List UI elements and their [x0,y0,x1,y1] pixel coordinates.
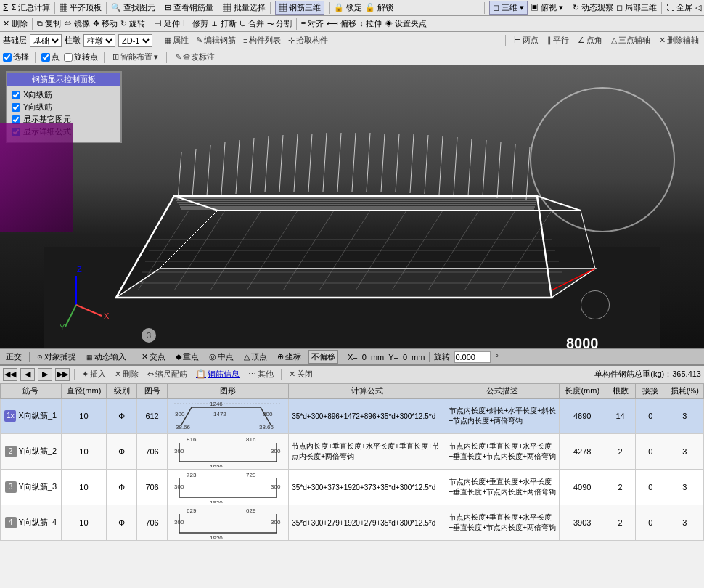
mirror-btn[interactable]: ⇔ 镜像 [64,18,90,29]
merge-btn[interactable]: ∪ 合并 [240,18,264,29]
other-btn[interactable]: ⋯ 其他 [245,368,277,380]
select-check[interactable]: 选择 [3,52,29,62]
align-btn[interactable]: ≡ 对齐 [301,18,324,29]
orbit-btn[interactable]: ↻ 动态观察 [573,2,613,13]
dyn-input-btn[interactable]: ▦ 动态输入 [83,350,129,364]
delete-aux-btn[interactable]: ✕ 删除辅轴 [657,34,701,46]
stretch-btn[interactable]: ↕ 拉伸 [359,18,382,29]
row-desc-3: 节点内长度+垂直长度+水平长度+垂直长度+节点内长度+两倍弯钩 [446,470,560,505]
pick-btn[interactable]: ⊹ 拾取构件 [286,34,330,46]
nav-prev-btn[interactable]: ◀ [20,368,35,381]
batch-select-btn[interactable]: ▦ 批量选择 [223,2,265,13]
svg-line-11 [236,140,240,194]
row-id-2: 2 Y向纵筋_2 [1,434,62,470]
col-connect: 接接 [635,384,666,399]
row-badge-3: 3 [5,481,17,493]
sep [218,2,218,14]
delete-btn[interactable]: ✕ 删除 [3,18,28,29]
canvas-3d[interactable]: 钢筋显示控制面板 X向纵筋 Y向纵筋 显示基它图元 显示详细公式 [0,65,704,348]
data-table-wrap[interactable]: 筋号 直径(mm) 级别 图号 图形 计算公式 公式描述 长度(mm) 根数 接… [0,383,704,588]
table-row[interactable]: 4 Y向纵筋_4 10 Φ 706 300 1920 300 [1,505,704,541]
sep [160,2,160,14]
row-shape-3: 300 1920 300 723 723 [167,470,288,505]
table-header: 筋号 直径(mm) 级别 图号 图形 计算公式 公式描述 长度(mm) 根数 接… [1,384,704,399]
svg-line-15 [294,134,298,192]
top-view-btn[interactable]: ▣ 俯视 ▾ [531,2,563,13]
sep [661,2,662,14]
row-loss-4: 3 [666,505,703,541]
property-btn[interactable]: ▦ 属性 [162,34,191,46]
two-point-btn[interactable]: ⊢ 两点 [512,34,541,46]
unlock-btn[interactable]: 🔓 解锁 [365,2,393,13]
rotate-input[interactable] [454,351,491,363]
check-annotation-btn[interactable]: ✎ 查改标注 [173,51,217,63]
element-select[interactable]: 柱墩 [83,34,115,47]
svg-line-29 [497,142,501,198]
3d-view-btn[interactable]: ◻ 三维 ▾ [489,1,528,15]
point-check[interactable]: 点 [41,52,60,62]
sum-calc-btn[interactable]: Σ 汇总计算 [11,2,50,13]
row-shape-1: 38.66 1246 38.66 300 1472 300 [167,399,288,434]
row-length-2: 4278 [560,434,605,470]
sep [29,352,30,362]
no-offset-btn[interactable]: 不偏移 [308,350,338,364]
three-point-btn[interactable]: △ 三点辅轴 [609,34,652,46]
midpoint-btn[interactable]: ◆ 重点 [173,350,202,364]
break-btn[interactable]: ⊥ 打断 [211,18,236,29]
sep [484,2,485,14]
center-btn[interactable]: ◎ 中点 [206,350,237,364]
align-top-btn[interactable]: ▦ 平齐顶板 [60,2,102,13]
svg-text:38.66: 38.66 [176,424,191,430]
component-list-btn[interactable]: ≡ 构件列表 [241,34,283,46]
view-rebar-btn[interactable]: ⊞ 查看钢筋量 [165,2,213,13]
fullscreen-btn[interactable]: ⛶ 全屏 [666,2,692,13]
table-row[interactable]: 1x X向纵筋_1 10 Φ 612 38.66 1246 [1,399,704,434]
parallel-btn[interactable]: ∥ 平行 [545,34,571,46]
extend-btn[interactable]: ⊣ 延伸 [155,18,180,29]
table-row[interactable]: 3 Y向纵筋_3 10 Φ 706 300 1920 300 [1,470,704,505]
ortho-btn[interactable]: 正交 [3,350,25,364]
snap-btn[interactable]: ⊙ 对象捕捉 [34,350,79,364]
lock-btn[interactable]: 🔒 锁定 [334,2,362,13]
angle-btn[interactable]: ∠ 点角 [576,34,605,46]
intersection-btn[interactable]: ✕ 交点 [139,350,168,364]
move-btn[interactable]: ✥ 移动 [93,18,118,29]
row-desc-4: 节点内长度+垂直长度+水平长度+垂直长度+节点内长度+两倍弯钩 [446,505,560,541]
layer-select[interactable]: 基础 [30,34,62,47]
sep [343,352,343,362]
nav-next-btn[interactable]: ▶ [38,368,52,381]
copy-btn[interactable]: ⧉ 复制 [37,18,61,29]
col-desc: 公式描述 [446,384,560,399]
table-row[interactable]: 2 Y向纵筋_2 10 Φ 706 300 1920 [1,434,704,470]
row-shape-num-1: 612 [137,399,168,434]
partial-3d-btn[interactable]: ◻ 局部三维 [616,2,657,13]
sep [505,35,506,46]
grip-btn[interactable]: ◈ 设置夹点 [385,18,427,29]
svg-line-30 [512,144,515,199]
coord-btn[interactable]: ⊕ 坐标 [274,350,304,364]
insert-btn[interactable]: ✦ 插入 [79,368,109,380]
svg-line-24 [425,135,428,194]
edit-rebar-btn[interactable]: ✎ 编辑钢筋 [194,34,238,46]
trim-btn[interactable]: ⊢ 修剪 [183,18,208,29]
find-btn[interactable]: 🔍 查找图元 [111,2,155,13]
nav-last-btn[interactable]: ▶▶ [55,368,70,381]
element-id-select[interactable]: ZD-1 [118,34,152,47]
scale-rebar-btn[interactable]: ⇔ 缩尺配筋 [144,368,190,380]
rotate-btn[interactable]: ↻ 旋转 [120,18,145,29]
y-unit2: mm [412,353,425,362]
collapse-btn[interactable]: ◁ [695,3,701,12]
x-label: X= [348,353,358,362]
rotate-point-check[interactable]: 旋转点 [64,52,98,62]
data-table: 筋号 直径(mm) 级别 图号 图形 计算公式 公式描述 长度(mm) 根数 接… [0,383,704,541]
dt-delete-btn[interactable]: ✕ 删除 [112,368,142,380]
rebar-3d-btn[interactable]: ▦ 钢筋三维 [275,1,324,15]
close-btn[interactable]: ✕ 关闭 [286,368,316,380]
offset-btn[interactable]: ⟻ 偏移 [327,18,356,29]
sep [568,2,568,14]
split-btn[interactable]: ⊸ 分割 [267,18,292,29]
nav-first-btn[interactable]: ◀◀ [3,368,17,381]
vertex-btn[interactable]: △ 顶点 [241,350,270,364]
smart-layout-btn[interactable]: ⊞ 智能布置 ▾ [110,51,160,63]
rebar-info-btn[interactable]: 📋 钢筋信息 [193,368,242,380]
